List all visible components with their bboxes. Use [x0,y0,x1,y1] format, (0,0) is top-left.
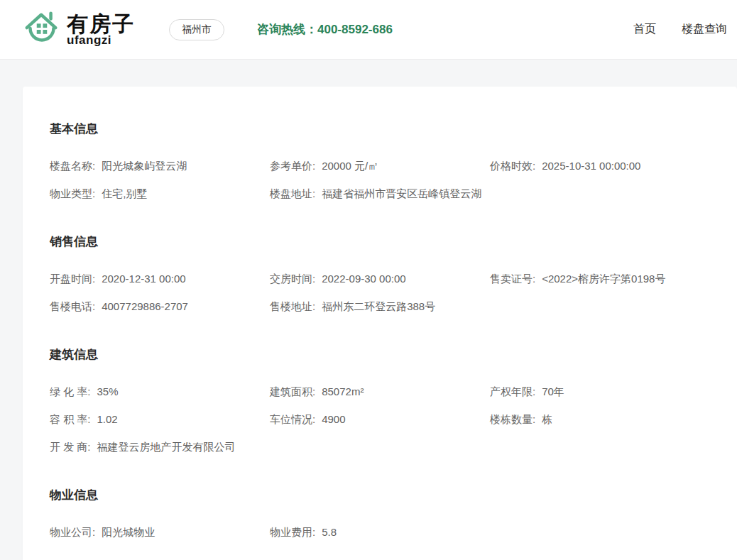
page-body: 基本信息楼盘名称:阳光城象屿登云湖参考单价:20000 元/㎡价格时效:2025… [0,60,737,560]
info-field: 产权年限:70年 [490,384,710,399]
info-field: 物业类型:住宅,别墅 [50,186,270,201]
info-field: 售楼地址:福州东二环登云路388号 [270,299,710,314]
field-label: 物业公司: [50,526,95,538]
property-detail-card: 基本信息楼盘名称:阳光城象屿登云湖参考单价:20000 元/㎡价格时效:2025… [23,87,737,560]
field-label: 售楼电话: [50,300,95,312]
brand-name-en: ufangzi [67,33,135,48]
brand-wordmark: 有房子 ufangzi [67,12,135,48]
field-label: 参考单价: [270,160,315,172]
field-value: 35% [97,385,119,397]
field-label: 价格时效: [490,160,535,172]
field-value: 阳光城象屿登云湖 [102,160,187,172]
field-label: 售楼地址: [270,300,315,312]
city-selector-badge[interactable]: 福州市 [169,19,224,40]
info-field: 物业费用:5.8 [270,525,710,539]
info-field: 售卖证号:<2022>榕房许字第0198号 [490,271,710,286]
field-value: 福建省福州市晋安区岳峰镇登云湖 [322,187,481,199]
section-fields-grid: 物业公司:阳光城物业物业费用:5.8 [50,525,710,539]
info-field: 容 积 率:1.02 [50,412,270,427]
field-label: 交房时间: [270,273,315,285]
info-field: 交房时间:2022-09-30 00:00 [270,271,490,286]
brand-logo[interactable]: 有房子 ufangzi [21,9,135,50]
field-value: 阳光城物业 [102,526,155,538]
info-field: 参考单价:20000 元/㎡ [270,158,490,173]
info-field: 车位情况:4900 [270,412,490,427]
info-field: 楼栋数量:栋 [490,412,710,427]
field-label: 容 积 率: [50,413,91,425]
info-section: 基本信息楼盘名称:阳光城象屿登云湖参考单价:20000 元/㎡价格时效:2025… [50,121,710,201]
section-title: 销售信息 [50,234,710,250]
field-label: 开盘时间: [50,273,95,285]
nav-item-home[interactable]: 首页 [633,22,656,37]
brand-name-cn: 有房子 [67,12,135,35]
main-nav: 首页 楼盘查询 [633,22,727,37]
field-label: 产权年限: [490,385,535,397]
field-value: 福州东二环登云路388号 [322,300,435,312]
field-label: 楼盘名称: [50,160,95,172]
field-value: 1.02 [97,413,118,425]
field-value: 住宅,别墅 [102,187,147,199]
hotline-text: 咨询热线：400-8592-686 [257,21,393,38]
field-label: 楼栋数量: [490,413,535,425]
field-label: 车位情况: [270,413,315,425]
section-fields-grid: 楼盘名称:阳光城象屿登云湖参考单价:20000 元/㎡价格时效:2025-10-… [50,158,710,201]
info-field: 楼盘地址:福建省福州市晋安区岳峰镇登云湖 [270,186,710,201]
info-field: 价格时效:2025-10-31 00:00:00 [490,158,710,173]
info-sections-container: 基本信息楼盘名称:阳光城象屿登云湖参考单价:20000 元/㎡价格时效:2025… [50,121,710,539]
info-field: 售楼电话:4007729886-2707 [50,299,270,314]
field-value: 栋 [542,413,552,425]
section-title: 物业信息 [50,487,710,503]
info-section: 销售信息开盘时间:2020-12-31 00:00交房时间:2022-09-30… [50,234,710,314]
field-value: 70年 [542,385,564,397]
info-field: 开盘时间:2020-12-31 00:00 [50,271,270,286]
field-value: 20000 元/㎡ [322,160,378,172]
section-fields-grid: 绿 化 率:35%建筑面积:85072m²产权年限:70年容 积 率:1.02车… [50,384,710,454]
field-label: 楼盘地址: [270,187,315,199]
field-value: <2022>榕房许字第0198号 [542,273,665,285]
field-label: 物业类型: [50,187,95,199]
info-field: 楼盘名称:阳光城象屿登云湖 [50,158,270,173]
section-fields-grid: 开盘时间:2020-12-31 00:00交房时间:2022-09-30 00:… [50,271,710,314]
nav-item-property-search[interactable]: 楼盘查询 [682,22,727,37]
house-logo-icon [21,9,62,50]
field-value: 5.8 [322,526,337,538]
site-header: 有房子 ufangzi 福州市 咨询热线：400-8592-686 首页 楼盘查… [0,0,737,60]
field-value: 2025-10-31 00:00:00 [542,160,640,172]
field-value: 福建登云房地产开发有限公司 [97,441,236,453]
info-field: 开 发 商:福建登云房地产开发有限公司 [50,439,710,454]
info-field: 物业公司:阳光城物业 [50,525,270,539]
field-label: 开 发 商: [50,441,91,453]
info-section: 物业信息物业公司:阳光城物业物业费用:5.8 [50,487,710,539]
info-section: 建筑信息绿 化 率:35%建筑面积:85072m²产权年限:70年容 积 率:1… [50,346,710,454]
info-field: 绿 化 率:35% [50,384,270,399]
field-value: 2020-12-31 00:00 [102,273,185,285]
field-value: 4007729886-2707 [102,300,188,312]
field-label: 售卖证号: [490,273,535,285]
field-value: 2022-09-30 00:00 [322,273,405,285]
field-label: 物业费用: [270,526,315,538]
section-title: 建筑信息 [50,346,710,363]
field-label: 建筑面积: [270,385,315,397]
field-label: 绿 化 率: [50,385,91,397]
field-value: 85072m² [322,385,364,397]
field-value: 4900 [322,413,345,425]
info-field: 建筑面积:85072m² [270,384,490,399]
section-title: 基本信息 [50,121,710,137]
